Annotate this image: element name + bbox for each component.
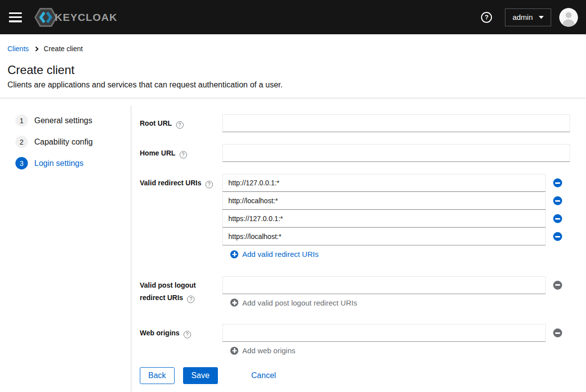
login-settings-form: Root URL Home URL Valid redirect URIs — [131, 105, 586, 392]
page-description: Clients are applications and services th… — [7, 80, 578, 89]
user-menu-dropdown[interactable]: admin — [505, 8, 551, 26]
minus-circle-icon — [553, 214, 562, 223]
web-origins-row: Web origins Add web origins — [140, 324, 570, 357]
remove-redirect-uri-button[interactable] — [553, 232, 562, 241]
web-origin-item — [222, 324, 570, 342]
wizard-nav: 1 General settings 2 Capability config 3… — [0, 105, 131, 392]
valid-redirect-uris-row: Valid redirect URIs — [140, 174, 570, 260]
save-button[interactable]: Save — [183, 367, 218, 384]
remove-redirect-uri-button[interactable] — [553, 178, 562, 187]
question-circle-icon[interactable] — [187, 296, 195, 303]
minus-circle-icon — [553, 281, 562, 290]
keycloak-logo[interactable]: KEYCLOAK — [34, 7, 117, 28]
step-number-badge: 2 — [15, 136, 28, 148]
root-url-label: Root URL — [140, 119, 172, 127]
web-origins-label: Web origins — [140, 329, 180, 337]
redirect-uri-item — [222, 228, 570, 245]
minus-circle-icon — [553, 232, 562, 241]
wizard-step-general-settings[interactable]: 1 General settings — [15, 114, 93, 127]
home-url-row: Home URL — [140, 144, 570, 162]
remove-redirect-uri-button[interactable] — [553, 196, 562, 205]
question-circle-icon[interactable] — [180, 151, 187, 158]
valid-post-logout-redirect-uris-row: Valid post logout redirect URIs Add vali… — [140, 276, 570, 309]
wizard-step-login-settings[interactable]: 3 Login settings — [15, 157, 84, 169]
minus-circle-icon — [553, 196, 562, 205]
home-url-input[interactable] — [222, 144, 570, 162]
breadcrumb-link-clients[interactable]: Clients — [7, 45, 29, 53]
caret-down-icon — [539, 16, 544, 19]
step-label: General settings — [34, 116, 93, 125]
breadcrumb-current: Create client — [44, 45, 83, 53]
root-url-row: Root URL — [140, 114, 570, 132]
web-origins-input[interactable] — [222, 324, 546, 342]
user-menu-label: admin — [512, 13, 533, 21]
add-web-origins-label: Add web origins — [242, 346, 295, 355]
help-icon[interactable] — [481, 12, 492, 23]
cancel-button[interactable]: Cancel — [251, 371, 276, 380]
step-number-badge: 3 — [15, 157, 28, 169]
step-label: Capability config — [34, 138, 93, 147]
home-url-label: Home URL — [140, 149, 176, 157]
valid-redirect-uris-label: Valid redirect URIs — [140, 179, 201, 187]
plus-circle-icon — [230, 299, 238, 307]
breadcrumb: Clients Create client — [7, 45, 578, 53]
redirect-uri-item — [222, 174, 570, 192]
step-label: Login settings — [34, 159, 84, 168]
create-client-wizard: 1 General settings 2 Capability config 3… — [0, 105, 586, 392]
masthead: KEYCLOAK admin — [0, 0, 586, 34]
page-header: Clients Create client Create client Clie… — [0, 34, 586, 98]
question-circle-icon[interactable] — [205, 181, 213, 188]
redirect-uri-input[interactable] — [222, 192, 546, 210]
hamburger-menu-icon[interactable] — [9, 12, 22, 22]
add-valid-redirect-uris-button[interactable]: Add valid redirect URIs — [230, 250, 318, 258]
wizard-actions: Back Save Cancel — [140, 367, 570, 384]
redirect-uri-input[interactable] — [222, 174, 546, 192]
remove-redirect-uri-button[interactable] — [553, 214, 562, 223]
post-logout-redirect-uri-input[interactable] — [222, 276, 546, 294]
back-button[interactable]: Back — [140, 367, 175, 384]
add-valid-post-logout-redirect-uris-button[interactable]: Add valid post logout redirect URIs — [230, 299, 357, 307]
remove-web-origin-button[interactable] — [553, 328, 562, 337]
redirect-uri-input[interactable] — [222, 210, 546, 228]
redirect-uri-input[interactable] — [222, 228, 546, 245]
question-circle-icon[interactable] — [176, 121, 184, 129]
page-title: Create client — [7, 63, 578, 77]
redirect-uri-item — [222, 192, 570, 210]
add-valid-post-logout-redirect-uris-label: Add valid post logout redirect URIs — [242, 299, 357, 307]
add-valid-redirect-uris-label: Add valid redirect URIs — [242, 250, 318, 258]
brand-text: KEYCLOAK — [55, 11, 117, 23]
root-url-input[interactable] — [222, 114, 570, 132]
plus-circle-icon — [230, 250, 238, 258]
plus-circle-icon — [230, 347, 238, 355]
question-circle-icon[interactable] — [184, 331, 191, 338]
wizard-step-capability-config[interactable]: 2 Capability config — [15, 136, 93, 148]
minus-circle-icon — [553, 178, 562, 187]
redirect-uri-item — [222, 210, 570, 228]
step-number-badge: 1 — [15, 114, 28, 127]
post-logout-uri-item — [222, 276, 570, 294]
remove-post-logout-uri-button[interactable] — [553, 281, 562, 290]
header-divider — [0, 98, 586, 98]
add-web-origins-button[interactable]: Add web origins — [230, 346, 295, 355]
breadcrumb-chevron-icon — [33, 46, 38, 51]
minus-circle-icon — [553, 328, 562, 337]
keycloak-hexagon-icon — [34, 7, 58, 28]
avatar[interactable] — [559, 8, 578, 27]
